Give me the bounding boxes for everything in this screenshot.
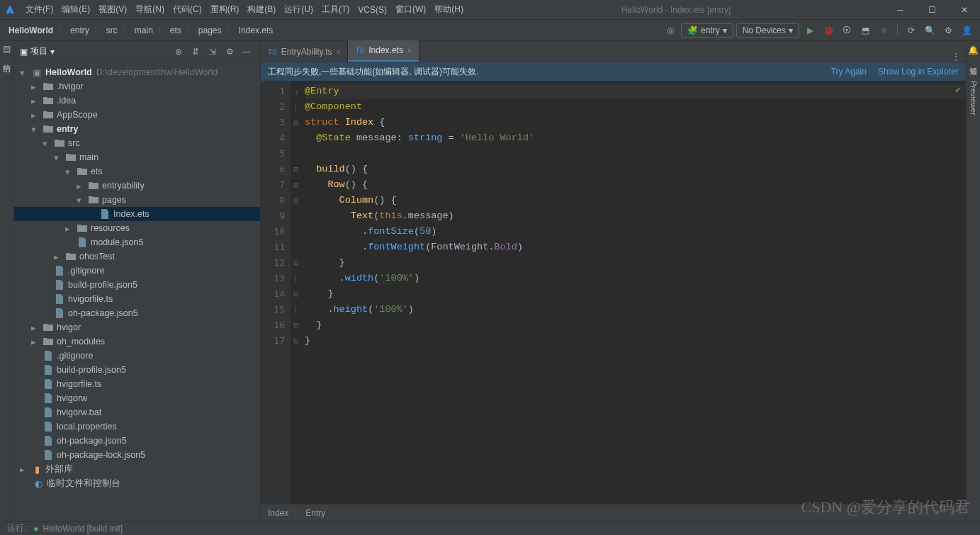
show-log-link[interactable]: Show Log in Explorer: [878, 67, 959, 77]
tree-arrow-icon[interactable]: ▾: [65, 167, 74, 177]
crumb-2[interactable]: src: [103, 26, 120, 35]
tree-item[interactable]: ▸.hvigor: [14, 79, 260, 94]
external-libs[interactable]: ▸ ▮ 外部库: [14, 462, 260, 476]
tree-item[interactable]: Index.ets: [14, 207, 260, 221]
project-tree[interactable]: ▾ ▣ HelloWorld D:\development\hw\HelloWo…: [14, 62, 260, 521]
search-icon[interactable]: 🔍: [922, 23, 937, 38]
close-button[interactable]: ✕: [948, 0, 980, 20]
menu-help[interactable]: 帮助(H): [430, 4, 468, 16]
panel-settings-icon[interactable]: ⚙: [222, 44, 237, 60]
tree-item[interactable]: hvigorw.bat: [14, 405, 260, 419]
devices-combo[interactable]: No Devices ▾: [736, 23, 799, 38]
tree-item[interactable]: ▸AppScope: [14, 108, 260, 122]
bell-icon[interactable]: 🔔: [968, 45, 979, 55]
expand-all-icon[interactable]: ⇵: [188, 44, 203, 60]
profile-icon[interactable]: 👤: [959, 23, 974, 38]
tree-item[interactable]: oh-package-lock.json5: [14, 448, 260, 462]
chevron-right-icon[interactable]: ▸: [20, 464, 28, 475]
tree-arrow-icon[interactable]: ▸: [54, 252, 62, 262]
editor-crumb-0[interactable]: Index: [268, 508, 288, 518]
crumb-1[interactable]: entry: [67, 26, 92, 35]
tree-item[interactable]: build-profile.json5: [14, 363, 260, 377]
tree-arrow-icon[interactable]: ▸: [31, 337, 40, 347]
debug-button[interactable]: 🐞: [821, 23, 836, 38]
tree-item[interactable]: hvigorw: [14, 391, 260, 405]
tree-item[interactable]: ▸resources: [14, 221, 260, 235]
tree-arrow-icon[interactable]: ▸: [31, 110, 40, 120]
tree-item[interactable]: ▾src: [14, 136, 260, 150]
menu-vcs[interactable]: VCS(S): [354, 5, 391, 15]
menu-edit[interactable]: 编辑(E): [57, 4, 94, 16]
try-again-link[interactable]: Try Again: [831, 67, 867, 77]
minimize-button[interactable]: ─: [884, 0, 916, 20]
maximize-button[interactable]: ☐: [916, 0, 948, 20]
tree-item[interactable]: hvigorfile.ts: [14, 292, 260, 306]
crumb-4[interactable]: ets: [167, 26, 184, 35]
attach-button[interactable]: ⬒: [857, 23, 873, 38]
locate-icon[interactable]: ⊕: [171, 44, 186, 60]
hide-panel-icon[interactable]: —: [239, 44, 254, 60]
tree-item[interactable]: hvigorfile.ts: [14, 377, 260, 391]
tree-arrow-icon[interactable]: ▸: [31, 96, 40, 106]
tab-menu-icon[interactable]: ⋮: [946, 52, 966, 62]
run-config-combo[interactable]: 🧩 entry ▾: [681, 23, 733, 38]
menu-nav[interactable]: 导航(N): [131, 4, 169, 16]
tree-arrow-icon[interactable]: ▾: [54, 152, 62, 163]
tree-item[interactable]: build-profile.json5: [14, 278, 260, 292]
crumb-5[interactable]: pages: [196, 26, 225, 35]
tree-arrow-icon[interactable]: ▾: [31, 124, 40, 135]
tree-item[interactable]: ▾ets: [14, 164, 260, 179]
collapse-all-icon[interactable]: ⇲: [205, 44, 220, 60]
stop-button[interactable]: ■: [876, 23, 891, 38]
crumb-6[interactable]: Index.ets: [236, 26, 276, 35]
code-editor[interactable]: ✔ 1234567891011121314151617 ┌│⊟⊟⊟⊟⊡│⊡│⊡⊡…: [261, 81, 966, 504]
tree-item[interactable]: ▾entry: [14, 122, 260, 136]
tree-arrow-icon[interactable]: ▸: [31, 322, 40, 333]
crumb-0[interactable]: HelloWorld: [6, 26, 56, 35]
tree-item[interactable]: local.properties: [14, 419, 260, 434]
tree-arrow-icon[interactable]: ▸: [31, 81, 40, 92]
line-gutter[interactable]: 1234567891011121314151617: [261, 81, 291, 504]
build-label[interactable]: HelloWorld [build init]: [43, 524, 123, 534]
tree-item[interactable]: oh-package.json5: [14, 434, 260, 448]
sync-icon[interactable]: ⟳: [903, 23, 919, 38]
project-tool-icon[interactable]: ▤: [3, 44, 11, 54]
menu-code[interactable]: 代码(C): [169, 4, 206, 16]
tree-item[interactable]: .gitignore: [14, 264, 260, 278]
tree-root[interactable]: ▾ ▣ HelloWorld D:\development\hw\HelloWo…: [14, 65, 260, 79]
tree-item[interactable]: ▸.idea: [14, 94, 260, 108]
tree-item[interactable]: ▸oh_modules: [14, 334, 260, 349]
tree-item[interactable]: ▸ohosTest: [14, 249, 260, 264]
scratches[interactable]: ◐ 临时文件和控制台: [14, 476, 260, 490]
close-tab-icon[interactable]: ×: [407, 47, 412, 55]
target-icon[interactable]: ◎: [663, 23, 678, 38]
tree-item[interactable]: ▾main: [14, 150, 260, 164]
code-content[interactable]: @Entry @Component struct Index { @State …: [302, 81, 966, 504]
tab-index-ets[interactable]: TS Index.ets ×: [348, 40, 419, 62]
analysis-ok-icon[interactable]: ✔: [954, 85, 962, 95]
chevron-down-icon[interactable]: ▾: [20, 67, 28, 78]
menu-window[interactable]: 窗口(W): [391, 4, 430, 16]
fold-gutter[interactable]: ┌│⊟⊟⊟⊟⊡│⊡│⊡⊡: [291, 81, 302, 504]
tab-entryability[interactable]: TS EntryAbility.ts ×: [261, 42, 348, 62]
tree-item[interactable]: ▾pages: [14, 193, 260, 207]
run-button[interactable]: ▶: [802, 23, 818, 38]
crumb-3[interactable]: main: [132, 26, 156, 35]
editor-crumb-1[interactable]: Entry: [305, 508, 325, 518]
profile-button[interactable]: ⦿: [839, 23, 855, 38]
project-view-combo[interactable]: ▣ 项目 ▾: [20, 45, 55, 57]
menu-build[interactable]: 构建(B): [243, 4, 280, 16]
menu-file[interactable]: 文件(F): [21, 4, 57, 16]
menu-tools[interactable]: 工具(T): [317, 4, 354, 16]
previewer-tool[interactable]: Previewer: [969, 81, 978, 116]
menu-run[interactable]: 运行(U): [280, 4, 317, 16]
tree-item[interactable]: ▸entryability: [14, 179, 260, 193]
tree-item[interactable]: oh-package.json5: [14, 306, 260, 320]
tree-arrow-icon[interactable]: ▾: [77, 195, 85, 205]
close-tab-icon[interactable]: ×: [337, 48, 341, 56]
tree-item[interactable]: module.json5: [14, 235, 260, 249]
tree-item[interactable]: .gitignore: [14, 349, 260, 363]
menu-refactor[interactable]: 重构(R): [206, 4, 244, 16]
settings-icon[interactable]: ⚙: [940, 23, 956, 38]
tree-item[interactable]: ▸hvigor: [14, 320, 260, 334]
